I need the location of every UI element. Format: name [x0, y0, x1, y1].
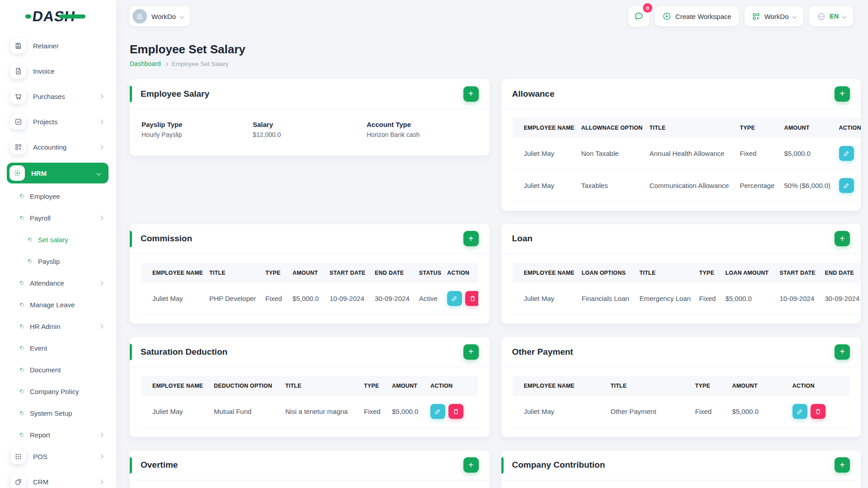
sidebar-item-projects[interactable]: Projects — [10, 114, 116, 129]
sidebar-item-crm[interactable]: CRM — [10, 474, 116, 488]
delete-button[interactable] — [448, 404, 463, 419]
delete-button[interactable] — [811, 404, 826, 419]
card-title: Saturation Deduction — [141, 347, 227, 357]
edit-button[interactable] — [839, 178, 854, 193]
edit-button[interactable] — [839, 146, 854, 161]
bullet-icon — [19, 389, 25, 394]
sidebar-item-event[interactable]: Event — [10, 340, 116, 356]
delete-button[interactable] — [465, 291, 478, 306]
globe-icon — [816, 12, 826, 21]
field-value: Hourly Payslip — [142, 131, 253, 138]
field-label: Salary — [253, 121, 367, 128]
messages-count-badge: 0 — [643, 3, 652, 13]
add-company-contribution-button[interactable]: + — [835, 457, 850, 473]
pencil-icon — [843, 182, 850, 189]
chevron-right-icon — [99, 119, 104, 124]
sidebar-item-payroll[interactable]: Payroll — [10, 210, 116, 225]
language-selector[interactable]: EN — [809, 6, 853, 26]
edit-employee-salary-button[interactable]: + — [463, 86, 479, 102]
add-overtime-button[interactable]: + — [463, 457, 479, 473]
edit-button[interactable] — [430, 404, 445, 419]
card-title: Company Contribution — [512, 460, 605, 470]
card-title: Allowance — [512, 89, 555, 99]
field-label: Account Type — [367, 121, 420, 128]
pencil-icon — [843, 150, 850, 157]
brand-logo[interactable]: DASH — [0, 0, 116, 33]
table-header-row: EMPLOYEE NAME TITLE TYPE AMOUNT ACTION — [513, 376, 849, 396]
table-header-row: EMPLOYEE NAME TITLE TYPE AMOUNT START DA… — [141, 263, 478, 283]
sidebar-item-invoice[interactable]: Invoice — [10, 63, 116, 79]
check-square-icon — [10, 114, 26, 129]
field-value: $12,000.0 — [253, 131, 367, 138]
sidebar-item-system-setup[interactable]: System Setup — [10, 405, 116, 421]
table-row: Juliet May PHP Developer Fixed $5,000.0 … — [141, 283, 478, 314]
allowance-card: Allowance + EMPLOYEE NAME ALLOWNACE OPTI… — [501, 79, 861, 211]
bullet-icon — [19, 302, 25, 308]
sidebar: DASH Retainer Invoice Purchases — [0, 0, 116, 488]
other-payment-table: EMPLOYEE NAME TITLE TYPE AMOUNT ACTION J… — [513, 376, 849, 428]
chevron-down-icon — [792, 14, 797, 19]
card-title: Commission — [141, 234, 192, 244]
table-header-row: EMPLOYEE NAME DEDUCTION OPTION TITLE TYP… — [141, 376, 478, 396]
breadcrumb-dashboard-link[interactable]: Dashboard — [130, 60, 161, 67]
logo-bar-icon — [59, 14, 85, 19]
breadcrumb-current: Employee Set Salary — [172, 61, 229, 67]
chevron-right-icon — [99, 324, 104, 328]
table-row: Juliet May Non Taxable Annual Health All… — [513, 138, 861, 169]
table-header-row: EMPLOYEE NAME LOAN OPTIONS TITLE TYPE LO… — [513, 263, 861, 283]
sidebar-item-pos[interactable]: POS — [10, 449, 116, 464]
sidebar-item-attendance[interactable]: Attendance — [10, 275, 116, 291]
sidebar-item-purchases[interactable]: Purchases — [10, 89, 116, 104]
table-row: Juliet May Mutual Fund Nisi a tenetur ma… — [141, 396, 478, 427]
pencil-icon — [451, 295, 458, 302]
add-other-payment-button[interactable]: + — [835, 344, 850, 360]
chevron-down-icon — [97, 171, 101, 175]
sidebar-item-retainer[interactable]: Retainer — [10, 38, 116, 53]
chevron-down-icon — [179, 14, 184, 19]
sidebar-item-company-policy[interactable]: Company Policy — [10, 384, 116, 399]
chevron-right-icon — [164, 62, 168, 66]
logo-dash-icon — [25, 14, 31, 19]
edit-button[interactable] — [447, 291, 462, 306]
sidebar-item-document[interactable]: Document — [10, 362, 116, 377]
card-title: Other Payment — [512, 347, 573, 357]
add-allowance-button[interactable]: + — [835, 86, 850, 102]
field-value: Horizon Bank cash — [367, 131, 420, 138]
saturation-deduction-card: Saturation Deduction + EMPLOYEE NAME DED… — [130, 337, 490, 437]
workspace-selector[interactable]: WorkDo — [130, 6, 190, 26]
edit-button[interactable] — [793, 404, 807, 419]
plus-circle-icon — [662, 12, 671, 21]
chevron-right-icon — [99, 479, 104, 484]
add-loan-button[interactable]: + — [835, 231, 850, 246]
page-title: Employee Set Salary — [130, 42, 861, 56]
create-workspace-button[interactable]: Create Workspace — [655, 6, 739, 26]
trash-icon — [453, 408, 459, 415]
chevron-right-icon — [99, 216, 104, 220]
add-commission-button[interactable]: + — [463, 231, 479, 246]
add-saturation-deduction-button[interactable]: + — [463, 344, 479, 360]
page-content: Employee Set Salary Dashboard Employee S… — [116, 42, 868, 488]
table-row: Juliet May Other Payment Fixed $5,000.0 — [513, 396, 849, 427]
apps-grid-icon — [752, 12, 760, 21]
sidebar-item-report[interactable]: Report — [10, 427, 116, 442]
employee-salary-fields: Payslip Type Hourly Payslip Salary $12,0… — [130, 109, 490, 155]
table-row: Juliet May Taxables Communication Allowa… — [513, 169, 861, 201]
workspace-name: WorkDo — [151, 13, 176, 20]
trash-icon — [469, 295, 476, 302]
workdo-apps-button[interactable]: WorkDo — [745, 6, 803, 26]
crm-sync-icon — [10, 474, 26, 488]
loan-card: Loan + EMPLOYEE NAME LOAN OPTIONS TITLE … — [501, 224, 861, 324]
sidebar-item-accounting[interactable]: Accounting — [10, 139, 116, 155]
sidebar-item-hrm-active[interactable]: HRM — [7, 163, 108, 183]
messages-button[interactable]: 0 — [628, 6, 649, 27]
sidebar-item-set-salary[interactable]: Set salary — [10, 232, 116, 247]
chevron-down-icon — [842, 14, 847, 19]
sidebar-item-employee[interactable]: Employee — [10, 188, 116, 204]
sidebar-item-hr-admin[interactable]: HR Admin — [10, 319, 116, 334]
loan-table: EMPLOYEE NAME LOAN OPTIONS TITLE TYPE LO… — [513, 263, 861, 315]
bullet-icon — [19, 367, 25, 373]
commission-table: EMPLOYEE NAME TITLE TYPE AMOUNT START DA… — [141, 263, 478, 315]
sidebar-item-payslip[interactable]: Payslip — [10, 253, 116, 269]
sidebar-item-manage-leave[interactable]: Manage Leave — [10, 297, 116, 312]
pos-dots-icon — [10, 449, 26, 464]
